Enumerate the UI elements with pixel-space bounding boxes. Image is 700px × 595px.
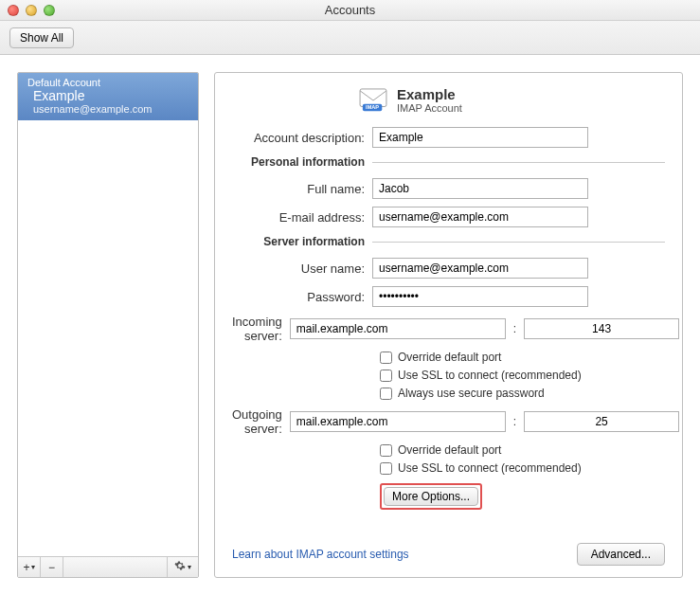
learn-imap-link[interactable]: Learn about IMAP account settings bbox=[232, 548, 409, 561]
incoming-ssl-label: Use SSL to connect (recommended) bbox=[398, 369, 582, 382]
gear-icon bbox=[174, 560, 186, 574]
show-all-button[interactable]: Show All bbox=[9, 27, 74, 48]
remove-account-button[interactable]: − bbox=[41, 557, 63, 577]
divider bbox=[372, 162, 665, 163]
account-header-text: Example IMAP Account bbox=[397, 86, 462, 114]
incoming-secure-password-checkbox[interactable] bbox=[380, 388, 392, 400]
incoming-server-input[interactable] bbox=[290, 318, 506, 339]
incoming-ssl-checkbox[interactable] bbox=[380, 370, 392, 382]
window-title: Accounts bbox=[0, 3, 700, 17]
server-info-header: Server information bbox=[232, 235, 372, 248]
password-label: Password: bbox=[232, 290, 372, 304]
titlebar: Accounts bbox=[0, 0, 700, 21]
svg-text:IMAP: IMAP bbox=[366, 104, 379, 110]
outgoing-override-port-checkbox[interactable] bbox=[380, 444, 392, 457]
gear-menu-icon: ▾ bbox=[188, 563, 191, 571]
sidebar-spacer bbox=[63, 557, 168, 577]
personal-info-header: Personal information bbox=[232, 155, 372, 169]
account-item-example[interactable]: Default Account Example username@example… bbox=[18, 73, 198, 120]
incoming-override-port-checkbox[interactable] bbox=[380, 352, 392, 364]
mail-icon: IMAP bbox=[359, 88, 387, 113]
incoming-override-port-label: Override default port bbox=[398, 351, 501, 364]
account-description-input[interactable] bbox=[372, 127, 588, 148]
outgoing-server-input[interactable] bbox=[290, 411, 506, 432]
account-name: Example bbox=[27, 88, 188, 103]
sidebar-footer: + ▾ − ▾ bbox=[18, 556, 198, 577]
divider bbox=[372, 242, 665, 243]
account-header-type: IMAP Account bbox=[397, 102, 462, 114]
outgoing-override-port-label: Override default port bbox=[398, 443, 501, 457]
account-detail-panel: IMAP Example IMAP Account Account descri… bbox=[214, 72, 683, 578]
add-account-button[interactable]: + ▾ bbox=[18, 557, 41, 577]
incoming-port-input[interactable] bbox=[524, 318, 679, 339]
account-header-name: Example bbox=[397, 86, 462, 102]
main-area: Default Account Example username@example… bbox=[0, 55, 700, 595]
minus-icon: − bbox=[48, 561, 55, 574]
panel-bottom-row: Learn about IMAP account settings Advanc… bbox=[232, 543, 665, 566]
password-input[interactable] bbox=[372, 286, 588, 307]
full-name-input[interactable] bbox=[372, 178, 588, 199]
account-header: IMAP Example IMAP Account bbox=[359, 86, 665, 114]
user-name-label: User name: bbox=[232, 261, 372, 276]
outgoing-ssl-checkbox[interactable] bbox=[380, 462, 392, 475]
outgoing-ssl-label: Use SSL to connect (recommended) bbox=[398, 461, 582, 475]
email-address-label: E-mail address: bbox=[232, 210, 372, 225]
more-options-highlight: More Options... bbox=[380, 483, 482, 510]
full-name-label: Full name: bbox=[232, 182, 372, 196]
accounts-list: Default Account Example username@example… bbox=[18, 73, 198, 556]
default-account-label: Default Account bbox=[27, 77, 188, 88]
port-colon: : bbox=[513, 322, 516, 335]
outgoing-server-label: Outgoing server: bbox=[232, 407, 290, 436]
outgoing-port-input[interactable] bbox=[524, 411, 679, 432]
accounts-sidebar: Default Account Example username@example… bbox=[17, 72, 199, 578]
sidebar-gear-button[interactable]: ▾ bbox=[168, 557, 198, 577]
account-email: username@example.com bbox=[27, 103, 188, 115]
port-colon: : bbox=[513, 415, 516, 428]
incoming-secure-password-label: Always use secure password bbox=[398, 387, 545, 400]
account-description-label: Account description: bbox=[232, 131, 372, 145]
plus-icon: + bbox=[23, 561, 29, 574]
email-address-input[interactable] bbox=[372, 207, 588, 227]
incoming-server-label: Incoming server: bbox=[232, 315, 290, 343]
more-options-button[interactable]: More Options... bbox=[384, 487, 478, 506]
advanced-button[interactable]: Advanced... bbox=[577, 543, 665, 566]
user-name-input[interactable] bbox=[372, 258, 588, 279]
add-menu-icon: ▾ bbox=[31, 563, 35, 571]
toolbar: Show All bbox=[0, 21, 700, 55]
